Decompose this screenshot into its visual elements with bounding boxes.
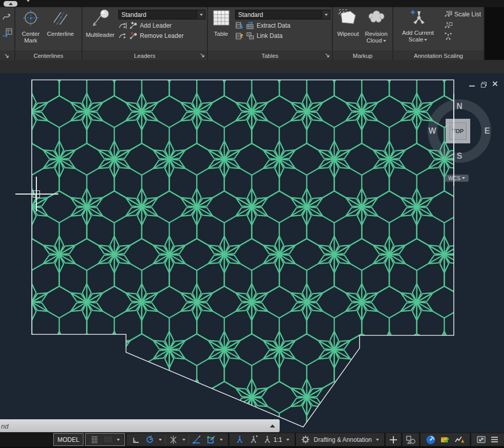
combo-caret[interactable]: [197, 10, 205, 19]
grid-display-button[interactable]: [101, 434, 115, 445]
ortho-mode-button[interactable]: [130, 434, 143, 445]
object-snap-tracking-button[interactable]: [190, 434, 204, 445]
remove-leader-button[interactable]: Remove Leader: [118, 32, 205, 40]
dialog-launcher-icon[interactable]: [325, 53, 330, 57]
restore-icon[interactable]: [481, 82, 486, 87]
add-current-scale-label: Add Current Scale: [396, 30, 440, 43]
annotation-visibility-button[interactable]: [233, 434, 246, 445]
add-leader-button[interactable]: Add Leader: [118, 22, 205, 30]
multileader-style-combo[interactable]: Standard: [118, 10, 205, 19]
object-snap-button[interactable]: [204, 434, 218, 445]
model-space-viewport[interactable]: N W E S TOP WCS: [0, 73, 504, 433]
panel-centerlines-title[interactable]: Centerlines: [15, 51, 81, 60]
scale-list-icon: [444, 10, 452, 18]
table-button[interactable]: Table: [209, 8, 233, 38]
remove-leader-label: Remove Leader: [140, 32, 183, 39]
polar-tracking-button[interactable]: [143, 434, 157, 445]
annotation-scale-button[interactable]: 1:1: [260, 434, 284, 445]
link-data-icon-b: [246, 32, 255, 40]
panel-centerlines: Center Mark Centerline Centerlines: [15, 7, 82, 60]
revision-cloud-button[interactable]: Revision Cloud: [362, 8, 391, 45]
graphics-performance-button[interactable]: [452, 434, 467, 445]
extract-data-icon-b: [246, 22, 255, 30]
viewcube-east[interactable]: E: [485, 126, 490, 136]
center-mark-button[interactable]: Center Mark: [17, 8, 45, 45]
chevron-down-icon: [286, 439, 289, 441]
close-icon[interactable]: [492, 79, 498, 89]
crosshair-pickbox: [33, 190, 40, 198]
model-button[interactable]: MODEL: [53, 433, 83, 446]
panel-leaders-title[interactable]: Leaders: [82, 51, 207, 60]
grid-settings-caret[interactable]: [115, 434, 122, 445]
dialog-launcher-icon[interactable]: [5, 53, 9, 58]
workspace-label[interactable]: Drafting & Annotation: [312, 434, 374, 445]
object-snap-caret[interactable]: [218, 434, 225, 445]
annotation-scale-sync-button[interactable]: [444, 21, 481, 30]
annotation-scale-update-button[interactable]: [444, 32, 481, 41]
ribbon-empty-space: [485, 7, 504, 60]
centerline-button[interactable]: Centerline: [45, 8, 76, 38]
wipeout-label: Wipeout: [337, 31, 359, 37]
drawing-window-controls: [469, 79, 498, 89]
autoscale-button[interactable]: [246, 434, 260, 445]
customization-button[interactable]: [488, 434, 501, 445]
edit-polyline-icon[interactable]: [2, 10, 13, 25]
panel-annotation-scaling-title[interactable]: Annotation Scaling: [393, 51, 484, 60]
isometric-drafting-button[interactable]: [166, 434, 180, 445]
hardware-acceleration-button[interactable]: [424, 434, 438, 445]
command-line-bar[interactable]: nd: [0, 419, 280, 432]
viewcube-wcs-menu[interactable]: WCS: [445, 175, 469, 182]
panel-markup-title[interactable]: Markup: [333, 51, 392, 60]
snap-mode-button[interactable]: [88, 434, 101, 445]
revision-cloud-label: Revision Cloud: [363, 31, 390, 44]
annotation-scale-caret[interactable]: [284, 434, 291, 445]
viewcube-top-face[interactable]: TOP: [446, 119, 470, 143]
table-export-icon[interactable]: [2, 27, 13, 41]
combo-caret[interactable]: [322, 10, 330, 19]
table-icon: [212, 9, 230, 29]
viewcube-south[interactable]: S: [457, 152, 463, 161]
command-expand-icon[interactable]: [270, 424, 275, 428]
extract-data-button[interactable]: Extract Data: [235, 22, 330, 30]
polar-tracking-icon: [145, 435, 155, 444]
workspace-caret[interactable]: [374, 434, 381, 445]
annotation-monitor-button[interactable]: [386, 433, 401, 446]
quick-properties-button[interactable]: [403, 433, 419, 446]
centerline-label: Centerline: [47, 31, 74, 37]
command-line-text: nd: [1, 422, 270, 430]
polar-settings-caret[interactable]: [157, 434, 164, 445]
multileader-icon: [89, 9, 112, 30]
workspace-switching-button[interactable]: [299, 434, 312, 445]
trusted-location-button[interactable]: [438, 434, 452, 445]
center-mark-label: Center Mark: [18, 31, 44, 44]
wipeout-button[interactable]: Wipeout: [334, 8, 362, 38]
clean-screen-button[interactable]: [474, 434, 488, 445]
isodraft-caret[interactable]: [180, 434, 187, 445]
revision-cloud-icon: [366, 9, 387, 29]
table-style-combo[interactable]: Standard: [235, 10, 330, 19]
ribbon-collapse-button[interactable]: [4, 1, 17, 7]
wcs-label: WCS: [448, 176, 460, 181]
scale-list-button[interactable]: Scale List: [444, 10, 481, 18]
remove-leader-icon: [129, 32, 138, 40]
table-label: Table: [214, 31, 228, 37]
add-current-scale-button[interactable]: Add Current Scale: [395, 8, 441, 44]
link-data-button[interactable]: Link Data: [235, 32, 330, 40]
osnap-tracking-icon: [192, 435, 202, 444]
multileader-button[interactable]: Multileader: [84, 8, 116, 39]
chevron-down-icon: [220, 439, 223, 441]
dialog-launcher-icon[interactable]: [200, 53, 205, 57]
grid-dots-icon: [103, 435, 113, 444]
link-data-label: Link Data: [257, 32, 283, 39]
performance-warning-icon: [454, 435, 465, 444]
panel-annotation-scaling: Add Current Scale: [393, 7, 485, 60]
link-data-icon-a: [235, 32, 244, 40]
viewcube-north[interactable]: N: [456, 102, 463, 111]
panel-tables-title[interactable]: Tables: [208, 51, 332, 60]
isodraft-icon: [169, 435, 178, 444]
trusted-check-icon: [440, 435, 450, 444]
minimize-icon[interactable]: [469, 86, 475, 87]
viewcube-west[interactable]: W: [428, 126, 436, 136]
panel-partial: [0, 7, 15, 60]
grid-snap-group: [85, 433, 125, 446]
